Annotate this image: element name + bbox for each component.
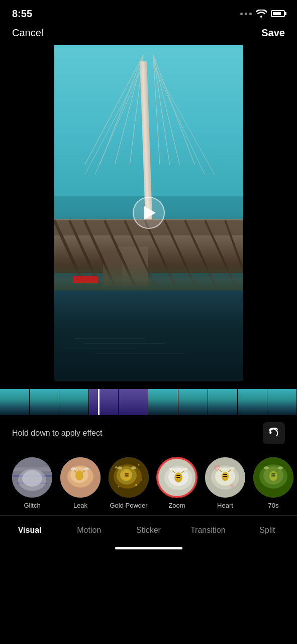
effect-70s[interactable]: 70s — [249, 455, 297, 511]
effect-label-heart: Heart — [217, 502, 233, 509]
svg-line-4 — [84, 65, 143, 175]
status-icons — [240, 10, 285, 18]
effect-gold-powder[interactable]: Gold Powder — [105, 455, 153, 511]
timeline-frame-2 — [30, 389, 59, 415]
effect-leak[interactable]: Leak — [56, 455, 105, 511]
effect-thumb-zoom — [157, 457, 197, 498]
svg-line-7 — [153, 55, 179, 165]
tab-sticker[interactable]: Sticker — [119, 524, 178, 537]
header: Cancel Save — [0, 25, 297, 45]
svg-point-50 — [117, 466, 122, 469]
gold-visual — [109, 457, 149, 498]
effect-label-70s: 70s — [268, 502, 279, 509]
timeline-frame-selected-1 — [89, 389, 119, 415]
timeline-frame-1 — [0, 389, 30, 415]
effect-zoom[interactable]: Zoom — [153, 455, 201, 511]
bottom-tabs: Visual Motion Sticker Transition Split — [0, 515, 297, 541]
svg-rect-74 — [223, 476, 227, 477]
undo-button[interactable] — [263, 422, 285, 444]
tab-transition[interactable]: Transition — [178, 524, 238, 537]
svg-point-52 — [115, 466, 117, 468]
svg-line-8 — [153, 55, 169, 165]
70s-visual — [253, 457, 293, 498]
effect-label-glitch: Glitch — [24, 502, 40, 509]
timeline-frame-8 — [267, 389, 297, 415]
svg-point-53 — [138, 464, 140, 466]
svg-point-78 — [230, 467, 235, 470]
signal-dots — [240, 13, 252, 15]
effect-label-zoom: Zoom — [168, 502, 185, 509]
svg-line-11 — [153, 65, 214, 175]
svg-line-5 — [94, 65, 143, 175]
status-bar: 8:55 — [0, 0, 297, 25]
svg-point-32 — [22, 470, 42, 487]
play-button[interactable] — [133, 197, 165, 229]
hold-text: Hold down to apply effect — [12, 429, 102, 438]
undo-icon — [268, 428, 279, 439]
timeline-frame-4 — [148, 389, 178, 415]
timeline-frame-3 — [59, 389, 89, 415]
svg-point-54 — [135, 484, 137, 486]
battery-icon — [271, 10, 285, 17]
svg-line-10 — [153, 65, 204, 175]
svg-rect-46 — [125, 473, 129, 474]
play-icon — [144, 206, 156, 220]
svg-line-6 — [153, 55, 194, 165]
video-player[interactable] — [54, 45, 243, 381]
svg-rect-83 — [271, 473, 275, 474]
wifi-icon — [256, 10, 267, 18]
svg-point-39 — [71, 467, 76, 470]
svg-point-88 — [278, 466, 283, 469]
timeline-frame-5 — [178, 389, 208, 415]
effects-row: Glitch Leak — [0, 451, 297, 515]
svg-point-36 — [75, 470, 83, 480]
hold-text-row: Hold down to apply effect — [0, 415, 297, 451]
dot-1 — [240, 13, 243, 15]
leak-visual — [60, 457, 101, 498]
tab-motion[interactable]: Motion — [59, 524, 119, 537]
water-reflections — [54, 334, 243, 374]
save-button[interactable]: Save — [261, 27, 285, 39]
cancel-button[interactable]: Cancel — [12, 27, 43, 39]
timeline-frame-selected-2 — [119, 389, 148, 415]
timeline-strip[interactable] — [0, 389, 297, 415]
timeline-frame-7 — [238, 389, 267, 415]
timeline-section — [0, 381, 297, 415]
boat — [73, 276, 98, 283]
timeline-cursor — [98, 389, 100, 415]
svg-rect-62 — [176, 477, 180, 478]
dot-3 — [249, 13, 252, 15]
tab-split[interactable]: Split — [238, 524, 297, 537]
home-indicator — [115, 547, 182, 549]
svg-point-87 — [264, 466, 269, 469]
effect-thumb-leak — [60, 457, 101, 498]
svg-line-2 — [115, 55, 143, 165]
heart-visual — [205, 457, 245, 498]
svg-point-51 — [131, 466, 136, 469]
effect-thumb-gold — [109, 457, 149, 498]
svg-line-0 — [84, 55, 143, 165]
glitch-visual — [12, 457, 52, 498]
zoom-visual — [158, 459, 197, 498]
svg-rect-73 — [223, 474, 227, 475]
svg-rect-84 — [271, 475, 275, 476]
effect-thumb-glitch — [12, 457, 52, 498]
dot-2 — [245, 13, 247, 15]
svg-rect-61 — [176, 475, 180, 476]
svg-point-55 — [118, 486, 120, 488]
video-scene — [54, 45, 243, 381]
timeline-frame-6 — [208, 389, 238, 415]
effect-label-leak: Leak — [73, 502, 87, 509]
effect-thumb-70s — [253, 457, 293, 498]
svg-rect-47 — [125, 475, 129, 476]
status-time: 8:55 — [12, 8, 32, 20]
effect-thumb-heart — [205, 457, 245, 498]
effect-label-gold: Gold Powder — [110, 502, 147, 509]
tab-visual[interactable]: Visual — [0, 524, 59, 537]
svg-point-56 — [141, 479, 142, 480]
svg-point-40 — [84, 467, 89, 470]
effect-glitch[interactable]: Glitch — [8, 455, 56, 511]
effect-heart[interactable]: Heart — [201, 455, 249, 511]
battery-fill — [273, 12, 281, 15]
